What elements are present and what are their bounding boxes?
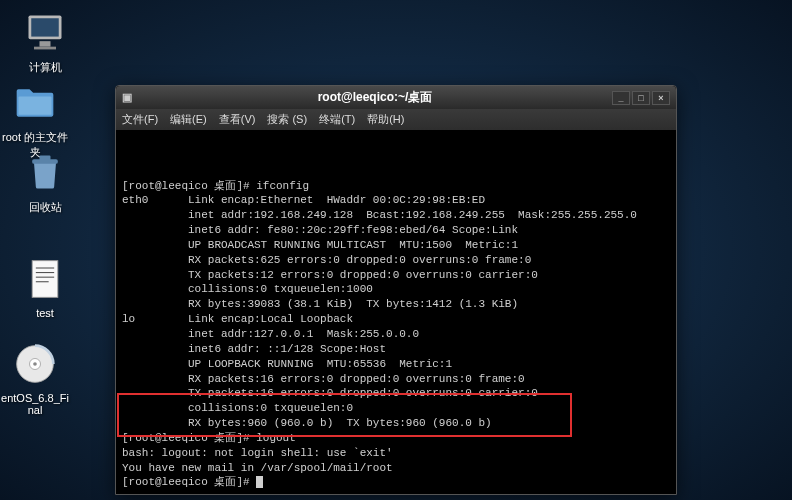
cursor: [256, 476, 263, 488]
terminal-line: UP BROADCAST RUNNING MULTICAST MTU:1500 …: [122, 238, 670, 253]
svg-point-14: [33, 362, 37, 366]
cd-icon: [11, 340, 59, 388]
terminal-line: TX packets:16 errors:0 dropped:0 overrun…: [122, 386, 670, 401]
terminal-window: ▣ root@leeqico:~/桌面 _ □ × 文件(F) 编辑(E) 查看…: [115, 85, 677, 495]
menubar: 文件(F) 编辑(E) 查看(V) 搜索 (S) 终端(T) 帮助(H): [116, 109, 676, 130]
desktop-icon-trash[interactable]: 回收站: [10, 148, 80, 215]
terminal-line: [root@leeqico 桌面]#: [122, 475, 670, 490]
menu-search[interactable]: 搜索 (S): [267, 112, 307, 127]
svg-rect-4: [19, 97, 52, 115]
terminal-line: inet addr:192.168.249.128 Bcast:192.168.…: [122, 208, 670, 223]
terminal-output[interactable]: [root@leeqico 桌面]# ifconfigeth0 Link enc…: [116, 130, 676, 494]
terminal-line: lo Link encap:Local Loopback: [122, 312, 670, 327]
terminal-line: You have new mail in /var/spool/mail/roo…: [122, 461, 670, 476]
terminal-icon: ▣: [122, 91, 132, 104]
terminal-line: RX bytes:960 (960.0 b) TX bytes:960 (960…: [122, 416, 670, 431]
terminal-line: TX packets:12 errors:0 dropped:0 overrun…: [122, 268, 670, 283]
terminal-line: RX bytes:39083 (38.1 KiB) TX bytes:1412 …: [122, 297, 670, 312]
icon-label: test: [10, 307, 80, 319]
svg-rect-1: [31, 18, 59, 36]
desktop-icon-centos-iso[interactable]: entOS_6.8_Final: [0, 340, 70, 416]
svg-rect-2: [40, 41, 51, 47]
textfile-icon: [21, 255, 69, 303]
terminal-line: UP LOOPBACK RUNNING MTU:65536 Metric:1: [122, 357, 670, 372]
desktop-icon-computer[interactable]: 计算机: [10, 8, 80, 75]
computer-icon: [21, 8, 69, 56]
trash-icon: [21, 148, 69, 196]
menu-file[interactable]: 文件(F): [122, 112, 158, 127]
terminal-line: bash: logout: not login shell: use `exit…: [122, 446, 670, 461]
terminal-line: RX packets:16 errors:0 dropped:0 overrun…: [122, 372, 670, 387]
svg-rect-6: [40, 156, 51, 161]
close-button[interactable]: ×: [652, 91, 670, 105]
icon-label: 回收站: [10, 200, 80, 215]
terminal-line: collisions:0 txqueuelen:0: [122, 401, 670, 416]
menu-edit[interactable]: 编辑(E): [170, 112, 207, 127]
terminal-line: inet6 addr: ::1/128 Scope:Host: [122, 342, 670, 357]
terminal-line: [root@leeqico 桌面]# logout: [122, 431, 670, 446]
menu-help[interactable]: 帮助(H): [367, 112, 404, 127]
icon-label: entOS_6.8_Final: [0, 392, 70, 416]
folder-icon: [11, 78, 59, 126]
terminal-line: RX packets:625 errors:0 dropped:0 overru…: [122, 253, 670, 268]
menu-view[interactable]: 查看(V): [219, 112, 256, 127]
window-title: root@leeqico:~/桌面: [138, 89, 612, 106]
minimize-button[interactable]: _: [612, 91, 630, 105]
desktop-icon-test-file[interactable]: test: [10, 255, 80, 319]
icon-label: 计算机: [10, 60, 80, 75]
maximize-button[interactable]: □: [632, 91, 650, 105]
window-controls: _ □ ×: [612, 91, 670, 105]
svg-rect-3: [34, 47, 56, 50]
terminal-line: eth0 Link encap:Ethernet HWaddr 00:0C:29…: [122, 193, 670, 208]
terminal-line: inet addr:127.0.0.1 Mask:255.0.0.0: [122, 327, 670, 342]
terminal-line: inet6 addr: fe80::20c:29ff:fe98:ebed/64 …: [122, 223, 670, 238]
menu-terminal[interactable]: 终端(T): [319, 112, 355, 127]
terminal-line: collisions:0 txqueuelen:1000: [122, 282, 670, 297]
titlebar[interactable]: ▣ root@leeqico:~/桌面 _ □ ×: [116, 86, 676, 109]
svg-rect-7: [32, 261, 58, 298]
terminal-line: [root@leeqico 桌面]# ifconfig: [122, 179, 670, 194]
